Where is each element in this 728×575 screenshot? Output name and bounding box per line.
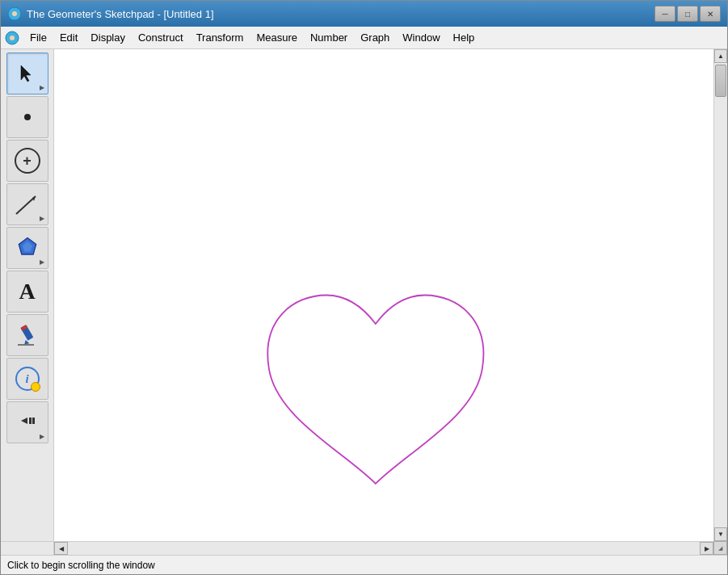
menu-window[interactable]: Window	[396, 29, 446, 46]
svg-point-3	[10, 36, 15, 40]
text-tool[interactable]: A	[6, 271, 48, 313]
scroll-track-h[interactable]	[68, 542, 700, 555]
scroll-corner: ◢	[713, 541, 727, 555]
menu-construct[interactable]: Construct	[132, 29, 190, 46]
point-tool[interactable]	[6, 96, 48, 138]
motion-sub-arrow: ▶	[40, 433, 44, 440]
polygon-tool[interactable]: ▶	[6, 227, 48, 269]
title-bar: The Geometer's Sketchpad - [Untitled 1] …	[1, 1, 727, 27]
svg-rect-14	[29, 418, 32, 424]
scroll-track-v[interactable]	[714, 63, 727, 527]
compass-tool[interactable]: +	[6, 140, 48, 182]
svg-point-1	[12, 11, 17, 16]
status-bar: Click to begin scrolling the window	[1, 555, 727, 574]
toolbar-bottom	[1, 541, 54, 555]
pencil-icon	[15, 322, 40, 348]
menu-transform[interactable]: Transform	[190, 29, 250, 46]
h-scroll-row: ◀ ▶ ◢	[1, 541, 727, 555]
application-window: The Geometer's Sketchpad - [Untitled 1] …	[0, 0, 728, 575]
compass-icon: +	[15, 148, 40, 174]
toolbar: ▶ + ▶	[1, 49, 54, 541]
svg-line-5	[16, 196, 36, 214]
text-icon: A	[19, 279, 35, 304]
main-content: ▶ + ▶	[1, 49, 727, 541]
svg-rect-15	[32, 418, 35, 424]
window-controls: ─ □ ✕	[654, 6, 721, 22]
line-icon	[13, 190, 42, 219]
menu-graph[interactable]: Graph	[354, 29, 396, 46]
vertical-scrollbar: ▲ ▼	[713, 49, 727, 541]
menu-edit[interactable]: Edit	[53, 29, 84, 46]
menu-number[interactable]: Number	[304, 29, 354, 46]
arrow-icon	[16, 62, 39, 85]
scroll-right-button[interactable]: ▶	[700, 542, 713, 555]
menu-bar: File Edit Display Construct Transform Me…	[1, 27, 727, 49]
drawing-canvas	[54, 49, 713, 541]
select-tool[interactable]: ▶	[6, 52, 48, 94]
polygon-icon	[15, 235, 40, 261]
menu-file[interactable]: File	[23, 29, 53, 46]
info-tool[interactable]: i	[6, 358, 48, 400]
bottom-area: ◀ ▶ ◢ Click to begin scrolling the windo…	[1, 541, 727, 574]
menu-help[interactable]: Help	[447, 29, 482, 46]
motion-tool[interactable]: ▶	[6, 401, 48, 443]
minimize-button[interactable]: ─	[654, 6, 675, 22]
scroll-down-button[interactable]: ▼	[714, 527, 727, 541]
scroll-thumb-v[interactable]	[715, 65, 726, 97]
info-icon: i	[13, 364, 42, 393]
svg-marker-4	[21, 65, 31, 82]
status-message: Click to begin scrolling the window	[7, 560, 155, 571]
scroll-left-button[interactable]: ◀	[54, 542, 68, 555]
line-tool[interactable]: ▶	[6, 183, 48, 225]
menu-app-icon	[4, 30, 20, 46]
canvas[interactable]	[54, 49, 713, 541]
horizontal-scrollbar: ◀ ▶	[54, 541, 713, 555]
line-sub-arrow: ▶	[40, 215, 44, 222]
dot-icon	[24, 114, 31, 120]
motion-icon	[15, 409, 40, 435]
polygon-sub-arrow: ▶	[40, 258, 44, 266]
maximize-button[interactable]: □	[677, 6, 698, 22]
marker-tool[interactable]	[6, 314, 48, 356]
app-icon	[7, 6, 22, 21]
close-button[interactable]: ✕	[700, 6, 721, 22]
heart-curve	[267, 296, 483, 484]
scroll-up-button[interactable]: ▲	[714, 49, 727, 63]
svg-marker-13	[21, 418, 27, 424]
sub-tool-arrow: ▶	[40, 84, 44, 91]
window-title: The Geometer's Sketchpad - [Untitled 1]	[27, 8, 654, 20]
menu-measure[interactable]: Measure	[250, 29, 304, 46]
menu-display[interactable]: Display	[84, 29, 132, 46]
